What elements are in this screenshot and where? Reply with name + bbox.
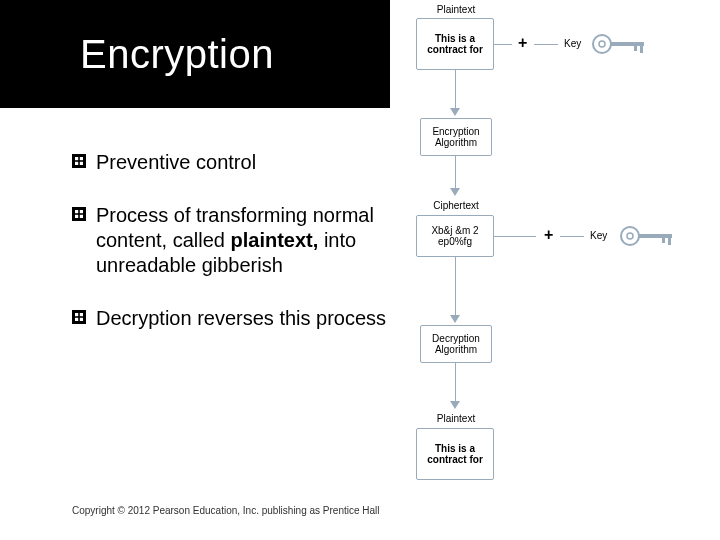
key-bottom-label: Key xyxy=(590,230,607,241)
connector-line xyxy=(534,44,558,45)
key-icon xyxy=(618,224,678,252)
bullet-item: Decryption reverses this process xyxy=(72,306,392,331)
svg-point-12 xyxy=(593,35,611,53)
connector-line xyxy=(494,44,512,45)
plaintext-bottom-box: This is a contract for xyxy=(416,428,494,480)
bullet-marker-icon xyxy=(72,207,86,221)
svg-point-13 xyxy=(599,41,605,47)
bullet-text: Preventive control xyxy=(96,150,392,175)
encryption-algorithm-box: Encryption Algorithm xyxy=(420,118,492,156)
copyright-footer: Copyright © 2012 Pearson Education, Inc.… xyxy=(72,505,380,516)
arrow-down-icon xyxy=(450,108,460,116)
connector-line xyxy=(560,236,584,237)
svg-rect-1 xyxy=(80,157,83,160)
bullet-marker-icon xyxy=(72,154,86,168)
connector-line xyxy=(455,70,456,110)
svg-rect-8 xyxy=(75,313,78,316)
plaintext-bottom-label: Plaintext xyxy=(426,413,486,424)
svg-rect-19 xyxy=(638,234,672,238)
svg-rect-11 xyxy=(80,318,83,321)
ciphertext-label: Ciphertext xyxy=(424,200,488,211)
arrow-down-icon xyxy=(450,315,460,323)
key-icon xyxy=(590,32,650,60)
svg-point-18 xyxy=(627,233,633,239)
encryption-diagram: Plaintext This is a contract for + Key E… xyxy=(396,0,706,540)
connector-line xyxy=(455,363,456,403)
decryption-algorithm-box: Decryption Algorithm xyxy=(420,325,492,363)
ciphertext-box: Xb&j &m 2 ep0%fg xyxy=(416,215,494,257)
slide-title: Encryption xyxy=(80,32,274,77)
svg-rect-3 xyxy=(80,162,83,165)
content-body: Preventive control Process of transformi… xyxy=(72,150,392,359)
bullet-item: Process of transforming normal content, … xyxy=(72,203,392,278)
svg-rect-9 xyxy=(80,313,83,316)
svg-rect-10 xyxy=(75,318,78,321)
title-bar: Encryption xyxy=(0,0,390,108)
svg-rect-2 xyxy=(75,162,78,165)
svg-rect-15 xyxy=(634,46,637,51)
plus-icon: + xyxy=(518,34,527,52)
bullet-text: Decryption reverses this process xyxy=(96,306,392,331)
svg-rect-7 xyxy=(80,215,83,218)
svg-rect-16 xyxy=(640,46,643,53)
svg-rect-5 xyxy=(80,210,83,213)
svg-rect-20 xyxy=(662,238,665,243)
svg-point-17 xyxy=(621,227,639,245)
slide: Encryption Preventive control Process of… xyxy=(0,0,720,540)
plaintext-top-label: Plaintext xyxy=(426,4,486,15)
connector-line xyxy=(494,236,536,237)
key-top-label: Key xyxy=(564,38,581,49)
bullet-text: Process of transforming normal content, … xyxy=(96,203,392,278)
connector-line xyxy=(455,156,456,190)
bullet-item: Preventive control xyxy=(72,150,392,175)
connector-line xyxy=(455,257,456,317)
arrow-down-icon xyxy=(450,188,460,196)
plaintext-top-box: This is a contract for xyxy=(416,18,494,70)
arrow-down-icon xyxy=(450,401,460,409)
svg-rect-6 xyxy=(75,215,78,218)
svg-rect-14 xyxy=(610,42,644,46)
svg-rect-0 xyxy=(75,157,78,160)
plus-icon: + xyxy=(544,226,553,244)
bullet-marker-icon xyxy=(72,310,86,324)
svg-rect-21 xyxy=(668,238,671,245)
svg-rect-4 xyxy=(75,210,78,213)
